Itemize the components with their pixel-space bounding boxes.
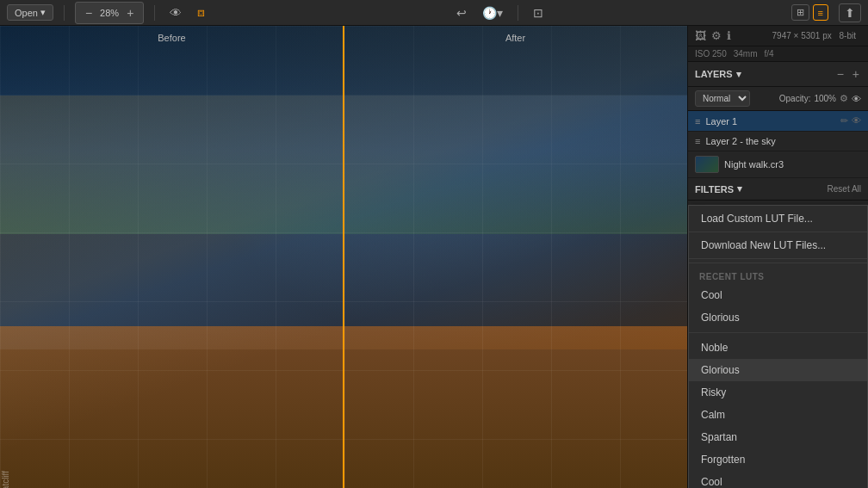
- lut-calm[interactable]: Calm: [689, 404, 867, 426]
- lut-spartan[interactable]: Spartan: [689, 426, 867, 448]
- blend-bar: Normal Multiply Screen Opacity: 100% ⚙ 👁: [688, 87, 868, 111]
- right-panel: 🖼 ⚙ ℹ 7947 × 5301 px 8-bit ISO 250 34mm …: [687, 26, 868, 488]
- open-group: Open ▾: [7, 4, 53, 21]
- separator-2: [154, 5, 155, 21]
- reset-all-button[interactable]: Reset All: [828, 184, 861, 194]
- separator-3: [518, 5, 518, 21]
- zoom-value: 28%: [100, 8, 119, 18]
- opacity-settings-btn[interactable]: ⚙: [840, 93, 848, 104]
- opacity-label: Opacity:: [779, 94, 811, 103]
- download-lut-item[interactable]: Download New LUT Files...: [689, 232, 867, 259]
- layer-item-1[interactable]: ≡ Layer 1 ✏ 👁: [688, 111, 868, 132]
- opacity-value: 100%: [814, 94, 836, 103]
- panel-view-button[interactable]: ≡: [813, 4, 828, 21]
- layer-eye-icon-1[interactable]: 👁: [852, 115, 861, 127]
- toolbar: Open ▾ − 28% + 👁 ⧈ ↩ 🕐▾ ⊡ ⊞ ≡ ⬆: [0, 0, 868, 26]
- aperture: f/4: [765, 49, 774, 59]
- layer-name-2: Layer 2 - the sky: [705, 136, 861, 146]
- layer-thumb-file: [695, 156, 719, 173]
- zoom-control: − 28% +: [75, 2, 144, 24]
- layer-visibility-icon-1[interactable]: ≡: [695, 116, 700, 127]
- lut-dropdown-menu: Load Custom LUT File... Download New LUT…: [688, 205, 868, 488]
- load-custom-lut-item[interactable]: Load Custom LUT File...: [689, 206, 867, 232]
- remove-layer-button[interactable]: −: [835, 67, 846, 81]
- lut-noble[interactable]: Noble: [689, 337, 867, 359]
- filters-chevron: ▾: [737, 183, 742, 195]
- focal-length: 34mm: [734, 49, 758, 59]
- lut-glorious[interactable]: Glorious: [689, 359, 867, 381]
- exif-bar: ISO 250 34mm f/4: [688, 46, 868, 62]
- crop-button[interactable]: ⊡: [529, 4, 548, 22]
- dropdown-divider-2: [689, 332, 867, 333]
- settings-icon[interactable]: ⚙: [711, 29, 722, 42]
- layer-visibility-icon-2[interactable]: ≡: [695, 136, 700, 146]
- split-line[interactable]: [343, 26, 344, 488]
- view-icon-button[interactable]: 👁: [165, 4, 186, 22]
- opacity-control: Opacity: 100% ⚙ 👁: [779, 93, 861, 104]
- recent-lut-glorious[interactable]: Glorious: [689, 306, 867, 329]
- zoom-increase-button[interactable]: +: [122, 4, 138, 22]
- layers-actions: − +: [835, 67, 861, 81]
- add-layer-button[interactable]: +: [851, 67, 861, 81]
- layer-edit-icon-1[interactable]: ✏: [840, 115, 848, 127]
- iso-value: ISO 250: [695, 49, 727, 59]
- image-dimensions: 7947 × 5301 px: [772, 31, 832, 40]
- compare-icon-button[interactable]: ⧈: [193, 3, 209, 22]
- layer-name-file: Night walk.cr3: [724, 159, 861, 170]
- main-layout: Before After © Trey Ratcliff 🖼 ⚙ ℹ 7947 …: [0, 26, 868, 488]
- panel-icon-group: 🖼 ⚙ ℹ: [695, 29, 731, 42]
- info-icon[interactable]: ℹ: [727, 29, 731, 42]
- lut-risky[interactable]: Risky: [689, 381, 867, 404]
- eye-icon[interactable]: 👁: [852, 94, 861, 104]
- bit-depth: 8-bit: [840, 31, 856, 40]
- layers-chevron: ▾: [736, 69, 741, 80]
- zoom-decrease-button[interactable]: −: [81, 4, 96, 22]
- watermark: © Trey Ratcliff: [1, 471, 10, 488]
- layers-title[interactable]: LAYERS ▾: [695, 69, 741, 80]
- layer-name-1: Layer 1: [705, 116, 835, 127]
- filters-section-header: FILTERS ▾ Reset All: [688, 178, 868, 201]
- export-button[interactable]: ⬆: [839, 3, 861, 22]
- filters-title[interactable]: FILTERS ▾: [695, 183, 742, 195]
- lut-forgotten[interactable]: Forgotten: [689, 448, 867, 471]
- layers-section-header: LAYERS ▾ − +: [688, 62, 868, 87]
- blend-mode-select[interactable]: Normal Multiply Screen: [695, 90, 750, 107]
- open-button[interactable]: Open ▾: [7, 4, 53, 21]
- panel-meta: 7947 × 5301 px 8-bit: [772, 31, 861, 40]
- layer-actions-1: ✏ 👁: [840, 115, 861, 127]
- lut-cool[interactable]: Cool: [689, 471, 867, 488]
- separator-1: [64, 5, 65, 21]
- open-label: Open: [15, 8, 38, 18]
- open-chevron: ▾: [40, 7, 46, 18]
- history-button[interactable]: 🕐▾: [478, 4, 507, 22]
- canvas-area[interactable]: Before After © Trey Ratcliff: [0, 26, 687, 488]
- recent-luts-label: RECENT LUTS: [689, 267, 867, 284]
- recent-lut-cool[interactable]: Cool: [689, 284, 867, 306]
- undo-button[interactable]: ↩: [452, 4, 471, 22]
- image-icon: 🖼: [695, 29, 706, 42]
- panel-info-bar: 🖼 ⚙ ℹ 7947 × 5301 px 8-bit: [688, 26, 868, 46]
- dropdown-divider-1: [689, 263, 867, 263]
- layer-item-file[interactable]: Night walk.cr3: [688, 151, 868, 178]
- layer-item-2[interactable]: ≡ Layer 2 - the sky: [688, 132, 868, 151]
- grid-view-button[interactable]: ⊞: [791, 4, 809, 21]
